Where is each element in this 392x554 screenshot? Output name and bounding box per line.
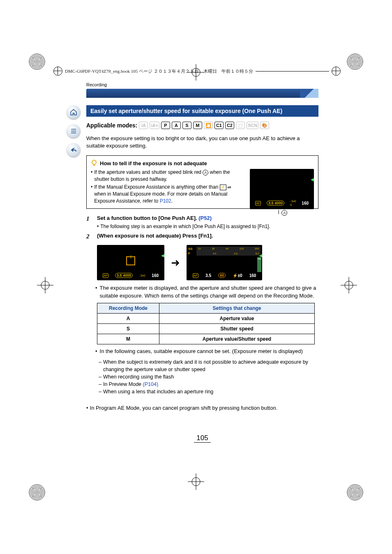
callout-a-inline: A	[203, 170, 208, 175]
step-1-sub: The following step is an example in whic…	[100, 223, 270, 230]
crop-mark	[347, 484, 363, 501]
step-2-text: (When exposure is not adequate) Press [F…	[97, 233, 213, 239]
mode-c1-icon: C1	[214, 122, 224, 129]
mode-movie-icon: 🎦	[204, 122, 213, 129]
table-header-mode: Recording Mode	[97, 303, 159, 313]
info-bullet-1: • If the aperture values and shutter spe…	[91, 169, 239, 183]
caret-icon: ◀	[161, 253, 164, 258]
registration-mark	[188, 473, 204, 490]
mode-s-icon: S	[182, 122, 191, 129]
mode-ia-icon: iA	[139, 122, 148, 129]
mode-a-icon: A	[172, 122, 181, 129]
mode-scene-icon: SCN	[247, 122, 258, 129]
mode-panorama-icon: ⬚	[236, 122, 245, 129]
arrow-right-icon: ➜	[171, 256, 180, 269]
link-p52[interactable]: (P52)	[198, 215, 212, 221]
table-row: A Aperture value	[97, 313, 315, 323]
lcd-before: ◀ AF 3.5 4000 -3•0 160	[97, 245, 164, 280]
shutter-readout: 60	[218, 273, 226, 278]
mode-c2-icon: C2	[225, 122, 234, 129]
ev-icon: ⚡	[220, 185, 226, 190]
applicable-modes-label: Applicable modes:	[86, 122, 137, 129]
aperture-readout: 3.5	[205, 273, 211, 278]
ss-f-label: SSF	[188, 247, 195, 256]
link-p102[interactable]: P102	[160, 198, 171, 204]
print-header: DMC-G6PDF-VQT4Z78_eng.book 105 ページ ２０１３年…	[53, 67, 341, 76]
step-1-text: Set a function button to [One Push AE].	[97, 215, 198, 221]
applicable-modes-row: Applicable modes: iA iA+ P A S M 🎦 C1 C2…	[86, 122, 318, 129]
lcd-after: ◀ SSF 153060125250 4.05.68.0 98 AF 3.5	[187, 245, 262, 280]
table-header-change: Settings that change	[159, 303, 315, 313]
info-box: How to tell if the exposure is not adequ…	[86, 155, 318, 209]
ev-readout: ⚡±0	[233, 273, 242, 278]
mode-p-icon: P	[161, 122, 170, 129]
registration-mark	[341, 277, 357, 293]
nav-contents-button[interactable]	[67, 124, 81, 138]
exposure-scale-icon: -3•00	[290, 199, 296, 207]
registration-mark	[37, 277, 53, 293]
header-filename: DMC-G6PDF-VQT4Z78_eng.book 105 ページ ２０１３年…	[65, 68, 253, 74]
remaining-badge: 98	[257, 257, 261, 272]
exposure-meter: 153060125250 4.05.68.0	[196, 247, 261, 256]
caret-icon: ◀	[311, 177, 314, 182]
page-title: Easily set aperture/shutter speed for su…	[86, 105, 318, 117]
step-number: 1	[86, 215, 91, 230]
list-icon	[70, 127, 77, 135]
aperture-shutter-readout: 3.5 4000	[115, 273, 133, 278]
result-note: •The exposure meter is displayed, and th…	[95, 284, 318, 299]
step-2: 2 (When exposure is not adequate) Press …	[86, 232, 318, 241]
step-1: 1 Set a function button to [One Push AE]…	[86, 215, 318, 230]
before-after-row: ◀ AF 3.5 4000 -3•0 160 ➜ ◀ SSF 15306	[97, 245, 318, 280]
target-icon	[53, 67, 62, 76]
limitations-note: •In the following cases, suitable exposu…	[95, 348, 318, 355]
crop-mark	[347, 53, 363, 70]
mode-iaplus-icon: iA+	[150, 122, 159, 129]
side-nav	[67, 105, 81, 157]
count-readout: 160	[249, 273, 256, 278]
lightbulb-icon	[91, 159, 97, 167]
count-readout: 160	[302, 201, 309, 205]
section-label: Recording	[86, 82, 318, 87]
footnote: •In Program AE Mode, you can cancel prog…	[86, 405, 318, 411]
home-icon	[70, 108, 77, 116]
count-readout: 160	[152, 273, 159, 278]
mode-creative-icon: 🎨	[260, 122, 269, 129]
nav-back-button[interactable]	[67, 143, 81, 157]
back-arrow-icon	[70, 146, 77, 154]
mode-m-icon: M	[193, 122, 202, 129]
table-row: M Aperture value/Shutter speed	[97, 334, 315, 344]
info-bullet-2: • If the Manual Exposure Assistance is a…	[91, 184, 239, 204]
example-lcd-a: ◀ AF 3.5 4000 -3•00 160 A	[250, 169, 314, 216]
link-p104[interactable]: (P104)	[143, 381, 159, 387]
info-heading: How to tell if the exposure is not adequ…	[100, 160, 207, 166]
crop-mark	[29, 53, 45, 70]
step-number: 2	[86, 232, 91, 241]
ev-zero-icon: ±0	[226, 185, 232, 190]
af-icon: AF	[255, 201, 261, 205]
aperture-shutter-readout: 3.5 4000	[267, 201, 284, 205]
svg-point-12	[92, 160, 96, 164]
settings-table: Recording Mode Settings that change A Ap…	[97, 303, 315, 344]
target-icon	[332, 67, 341, 76]
limitations-list: –When the subject is extremely dark and …	[99, 358, 318, 396]
callout-a-label: A	[250, 210, 314, 216]
section-tab-bar	[86, 89, 318, 98]
exposure-scale-icon: -3•0	[139, 274, 145, 277]
af-icon: AF	[103, 273, 108, 278]
af-icon: AF	[193, 273, 198, 278]
intro-text: When the exposure setting is too bright …	[86, 135, 318, 150]
page-number: 105	[194, 434, 210, 443]
nav-home-button[interactable]	[67, 105, 81, 119]
table-row: S Shutter speed	[97, 323, 315, 334]
crop-mark	[29, 484, 45, 501]
